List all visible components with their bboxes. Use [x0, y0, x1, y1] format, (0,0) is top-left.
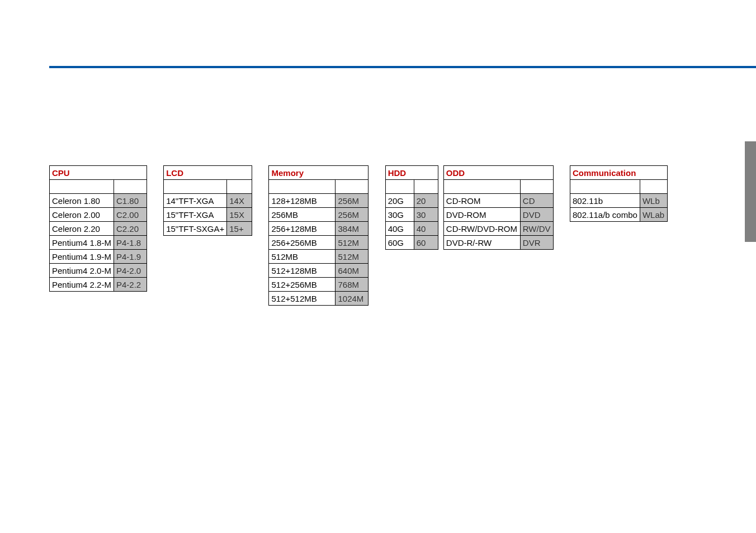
- table-row: DVD-ROMDVD: [443, 208, 553, 222]
- table-row: 256+256MB512M: [269, 236, 368, 250]
- table-row: CD-RW/DVD-ROMRW/DV: [443, 222, 553, 236]
- odd-header: ODD: [443, 166, 553, 180]
- memory-header: Memory: [269, 166, 368, 180]
- table-row: DVD-R/-RWDVR: [443, 236, 553, 250]
- table-row: 512MB512M: [269, 250, 368, 264]
- table-row: Pentium4 2.2-MP4-2.2: [50, 278, 147, 292]
- table-row: 802.11a/b comboWLab: [570, 208, 667, 222]
- hdd-header: HDD: [385, 166, 438, 180]
- side-grey-bar: [745, 141, 756, 242]
- memory-table: Memory 128+128MB256M 256MB256M 256+128MB…: [268, 165, 368, 306]
- table-row: 802.11bWLb: [570, 194, 667, 208]
- table-row: CD-ROMCD: [443, 194, 553, 208]
- lcd-header: LCD: [164, 166, 252, 180]
- table-row: 256+128MB384M: [269, 222, 368, 236]
- cpu-header: CPU: [50, 166, 147, 180]
- table-row: 512+512MB1024M: [269, 292, 368, 306]
- table-row: 14"TFT-XGA14X: [164, 194, 252, 208]
- table-row: Celeron 2.00C2.00: [50, 208, 147, 222]
- top-blue-bar: [49, 66, 756, 68]
- table-row: 40G40: [385, 222, 438, 236]
- table-row: 256MB256M: [269, 208, 368, 222]
- spec-tables: CPU Celeron 1.80C1.80 Celeron 2.00C2.00 …: [49, 165, 668, 306]
- table-row: 128+128MB256M: [269, 194, 368, 208]
- table-row: 20G20: [385, 194, 438, 208]
- comm-table: Communication 802.11bWLb 802.11a/b combo…: [570, 165, 668, 222]
- table-row: 512+128MB640M: [269, 264, 368, 278]
- hdd-table: HDD 20G20 30G30 40G40 60G60: [385, 165, 438, 250]
- table-row: 60G60: [385, 236, 438, 250]
- table-row: Celeron 1.80C1.80: [50, 194, 147, 208]
- table-row: Pentium4 1.8-MP4-1.8: [50, 236, 147, 250]
- cpu-table: CPU Celeron 1.80C1.80 Celeron 2.00C2.00 …: [49, 165, 147, 292]
- table-row: 15"TFT-SXGA+15+: [164, 222, 252, 236]
- table-row: Pentium4 1.9-MP4-1.9: [50, 250, 147, 264]
- odd-table: ODD CD-ROMCD DVD-ROMDVD CD-RW/DVD-ROMRW/…: [443, 165, 554, 250]
- lcd-table: LCD 14"TFT-XGA14X 15"TFT-XGA15X 15"TFT-S…: [163, 165, 252, 236]
- table-row: Pentium4 2.0-MP4-2.0: [50, 264, 147, 278]
- table-row: 512+256MB768M: [269, 278, 368, 292]
- comm-header: Communication: [570, 166, 667, 180]
- table-row: Celeron 2.20C2.20: [50, 222, 147, 236]
- table-row: 15"TFT-XGA15X: [164, 208, 252, 222]
- table-row: 30G30: [385, 208, 438, 222]
